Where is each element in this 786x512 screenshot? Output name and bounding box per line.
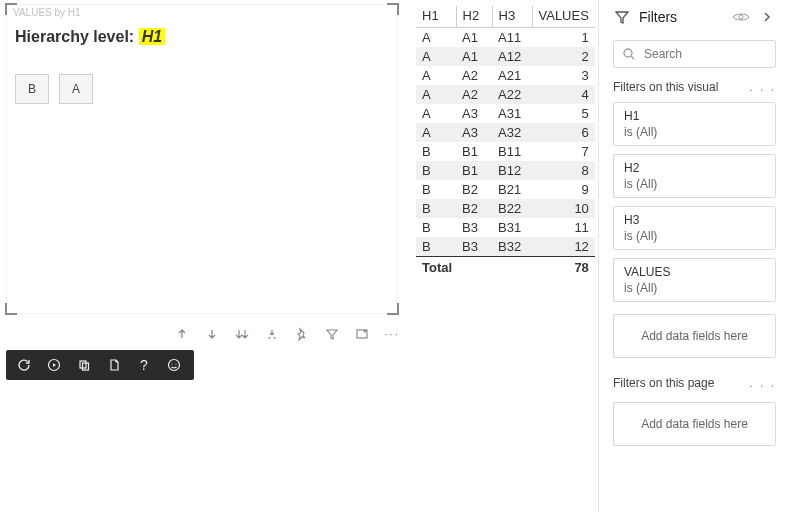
cell-value: 11 xyxy=(532,218,595,237)
refresh-icon[interactable] xyxy=(16,357,32,373)
pin-icon[interactable] xyxy=(294,326,310,342)
collapse-pane-icon[interactable] xyxy=(758,8,776,26)
cell-h1: A xyxy=(416,104,456,123)
cell-h3: B31 xyxy=(492,218,532,237)
drill-up-icon[interactable] xyxy=(174,326,190,342)
cell-h1: B xyxy=(416,161,456,180)
expand-all-icon[interactable] xyxy=(234,326,250,342)
col-h3[interactable]: H3 xyxy=(492,6,532,28)
cell-h1: B xyxy=(416,199,456,218)
filter-field-state: is (All) xyxy=(624,281,765,295)
svg-point-7 xyxy=(739,15,743,19)
emoji-icon[interactable] xyxy=(166,357,182,373)
filters-visual-label-text: Filters on this visual xyxy=(613,80,718,94)
table-row[interactable]: AA1A111 xyxy=(416,28,595,48)
cell-h2: B3 xyxy=(456,218,492,237)
hierarchy-label-text: Hierarchy level: xyxy=(15,28,134,45)
visual-toolbar: ··· xyxy=(174,326,400,342)
filters-page-more-icon[interactable]: . . . xyxy=(749,376,776,390)
search-placeholder: Search xyxy=(644,47,682,61)
hierarchy-button-b[interactable]: B xyxy=(15,74,49,104)
cell-value: 3 xyxy=(532,66,595,85)
cell-value: 8 xyxy=(532,161,595,180)
filters-pane: Filters Search Filters on this visual . … xyxy=(598,0,786,512)
table-row[interactable]: AA2A213 xyxy=(416,66,595,85)
table-row[interactable]: AA3A315 xyxy=(416,104,595,123)
cell-h3: B11 xyxy=(492,142,532,161)
svg-point-4 xyxy=(169,360,180,371)
cell-h3: A21 xyxy=(492,66,532,85)
filters-search[interactable]: Search xyxy=(613,40,776,68)
col-h2[interactable]: H2 xyxy=(456,6,492,28)
svg-point-6 xyxy=(175,363,176,364)
resize-handle-br[interactable] xyxy=(387,303,399,315)
col-values[interactable]: VALUES xyxy=(532,6,595,28)
table-row[interactable]: BB3B3212 xyxy=(416,237,595,257)
cell-h2: A1 xyxy=(456,28,492,48)
more-options-icon[interactable]: ··· xyxy=(384,326,400,342)
cell-h1: A xyxy=(416,28,456,48)
cell-h1: A xyxy=(416,123,456,142)
filter-card[interactable]: H3is (All) xyxy=(613,206,776,250)
focus-mode-icon[interactable] xyxy=(354,326,370,342)
cell-h3: B22 xyxy=(492,199,532,218)
filter-field-state: is (All) xyxy=(624,177,765,191)
cell-h1: B xyxy=(416,237,456,257)
resize-handle-tl[interactable] xyxy=(5,3,17,15)
table-row[interactable]: BB1B117 xyxy=(416,142,595,161)
add-fields-page[interactable]: Add data fields here xyxy=(613,402,776,446)
play-icon[interactable] xyxy=(46,357,62,373)
copy-icon[interactable] xyxy=(76,357,92,373)
cell-value: 10 xyxy=(532,199,595,218)
filters-page-label-text: Filters on this page xyxy=(613,376,714,390)
filter-pane-icon xyxy=(613,8,631,26)
expand-next-icon[interactable] xyxy=(264,326,280,342)
cell-h2: A3 xyxy=(456,104,492,123)
table-total-row: Total 78 xyxy=(416,257,595,278)
table-row[interactable]: BB2B2210 xyxy=(416,199,595,218)
visibility-icon[interactable] xyxy=(732,8,750,26)
cell-h2: A1 xyxy=(456,47,492,66)
help-icon[interactable]: ? xyxy=(136,357,152,373)
hierarchy-button-a[interactable]: A xyxy=(59,74,93,104)
table-row[interactable]: AA2A224 xyxy=(416,85,595,104)
new-page-icon[interactable] xyxy=(106,357,122,373)
drill-down-icon[interactable] xyxy=(204,326,220,342)
filter-card[interactable]: H1is (All) xyxy=(613,102,776,146)
svg-point-8 xyxy=(624,49,632,57)
filters-visual-more-icon[interactable]: . . . xyxy=(749,80,776,94)
search-icon xyxy=(622,47,636,61)
col-h1[interactable]: H1 xyxy=(416,6,456,28)
hierarchy-visual[interactable]: VALUES by H1 Hierarchy level: H1 B A xyxy=(6,4,398,314)
cell-h2: A2 xyxy=(456,66,492,85)
table-row[interactable]: AA1A122 xyxy=(416,47,595,66)
table-row[interactable]: BB3B3111 xyxy=(416,218,595,237)
cell-h2: B2 xyxy=(456,180,492,199)
action-bar: ? xyxy=(6,350,194,380)
hierarchy-value: H1 xyxy=(139,28,165,45)
cell-h3: B21 xyxy=(492,180,532,199)
cell-h2: B1 xyxy=(456,161,492,180)
filter-field-name: H1 xyxy=(624,109,765,123)
table-row[interactable]: BB1B128 xyxy=(416,161,595,180)
filter-field-name: H3 xyxy=(624,213,765,227)
resize-handle-tr[interactable] xyxy=(387,3,399,15)
filter-card[interactable]: VALUESis (All) xyxy=(613,258,776,302)
filter-card[interactable]: H2is (All) xyxy=(613,154,776,198)
cell-value: 6 xyxy=(532,123,595,142)
filters-title: Filters xyxy=(639,9,724,25)
cell-value: 9 xyxy=(532,180,595,199)
cell-h1: B xyxy=(416,142,456,161)
cell-h2: B2 xyxy=(456,199,492,218)
add-fields-visual[interactable]: Add data fields here xyxy=(613,314,776,358)
filter-field-state: is (All) xyxy=(624,229,765,243)
cell-value: 5 xyxy=(532,104,595,123)
total-value: 78 xyxy=(532,257,595,278)
hierarchy-level-label: Hierarchy level: H1 xyxy=(15,28,389,46)
table-row[interactable]: AA3A326 xyxy=(416,123,595,142)
cell-h2: A3 xyxy=(456,123,492,142)
resize-handle-bl[interactable] xyxy=(5,303,17,315)
filter-icon[interactable] xyxy=(324,326,340,342)
cell-h2: A2 xyxy=(456,85,492,104)
table-row[interactable]: BB2B219 xyxy=(416,180,595,199)
